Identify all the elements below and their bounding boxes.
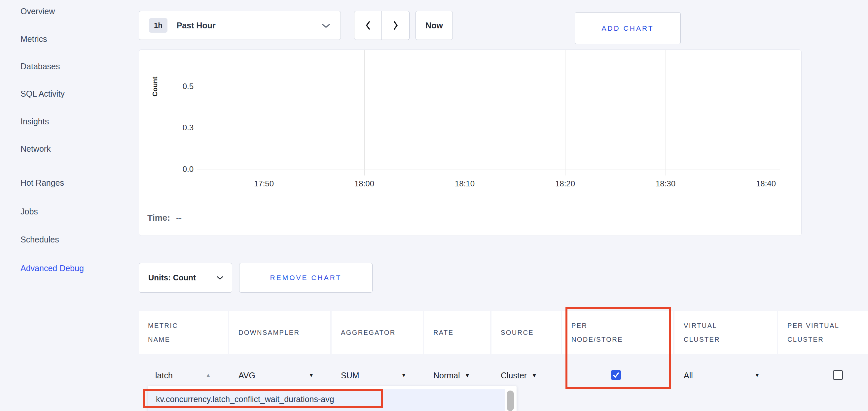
column-header-label: VIRTUAL CLUSTER bbox=[684, 319, 720, 346]
triangle-down-icon: ▼ bbox=[531, 372, 537, 379]
column-header-label: RATE bbox=[433, 326, 454, 339]
gridline bbox=[264, 50, 264, 175]
now-button[interactable]: Now bbox=[415, 11, 453, 40]
sidebar-item-schedules[interactable]: Schedules bbox=[21, 235, 59, 244]
add-chart-button[interactable]: ADD CHART bbox=[575, 12, 681, 44]
column-header-per-node-store: PER NODE/STORE bbox=[562, 311, 673, 354]
metric-suggestion-item[interactable]: kv.concurrency.latch_conflict_wait_durat… bbox=[148, 389, 505, 411]
advanced-debug-custom-chart-page: Overview Metrics Databases SQL Activity … bbox=[0, 0, 868, 411]
rate-select[interactable]: Normal ▼ bbox=[433, 371, 470, 380]
triangle-down-icon: ▼ bbox=[465, 372, 470, 379]
gridline bbox=[766, 50, 766, 175]
column-header-label: PER NODE/STORE bbox=[571, 319, 623, 346]
y-tick: 0.3 bbox=[170, 123, 193, 132]
units-selector[interactable]: Units: Count bbox=[139, 263, 232, 293]
triangle-down-icon[interactable]: ▼ bbox=[754, 372, 760, 379]
sidebar-item-sql-activity[interactable]: SQL Activity bbox=[21, 89, 65, 99]
x-tick: 18:00 bbox=[341, 179, 388, 189]
sidebar-item-network[interactable]: Network bbox=[21, 144, 51, 154]
column-header-label: AGGREGATOR bbox=[341, 326, 396, 339]
sidebar-item-insights[interactable]: Insights bbox=[21, 117, 49, 126]
dropdown-scrollbar[interactable] bbox=[507, 390, 514, 411]
virtual-cluster-select[interactable]: All bbox=[684, 371, 693, 380]
column-header-label: DOWNSAMPLER bbox=[239, 326, 300, 339]
time-range-badge: 1h bbox=[149, 18, 167, 33]
x-tick: 18:40 bbox=[743, 179, 789, 189]
triangle-down-icon[interactable]: ▼ bbox=[401, 372, 407, 379]
rate-value: Normal bbox=[433, 371, 460, 380]
checkmark-icon bbox=[612, 371, 620, 379]
source-select[interactable]: Cluster ▼ bbox=[501, 371, 537, 380]
gridline bbox=[197, 170, 780, 170]
y-tick: 0.0 bbox=[170, 165, 193, 174]
sidebar-item-overview[interactable]: Overview bbox=[21, 7, 55, 16]
gridline bbox=[565, 50, 565, 175]
y-tick: 0.5 bbox=[170, 82, 193, 91]
gridline bbox=[197, 87, 780, 87]
column-header-label: METRIC NAME bbox=[148, 319, 178, 346]
time-value: -- bbox=[176, 213, 182, 223]
per-node-store-checkbox[interactable] bbox=[611, 370, 621, 380]
column-header-label: SOURCE bbox=[501, 326, 534, 339]
y-axis-label: Count bbox=[148, 67, 161, 107]
x-tick: 17:50 bbox=[241, 179, 287, 189]
column-header-downsampler: DOWNSAMPLER bbox=[229, 311, 330, 354]
metric-suggestions-dropdown: kv.concurrency.latch_conflict_wait_durat… bbox=[148, 386, 517, 411]
sidebar-item-advanced-debug[interactable]: Advanced Debug bbox=[21, 264, 84, 273]
x-tick: 18:10 bbox=[442, 179, 488, 189]
chevron-down-icon bbox=[217, 276, 223, 280]
metric-name-input[interactable]: latch bbox=[155, 371, 173, 380]
time-step-buttons bbox=[354, 11, 409, 40]
column-header-metric-name: METRIC NAME bbox=[139, 311, 228, 354]
time-range-selector[interactable]: 1h Past Hour bbox=[139, 11, 341, 40]
sidebar-item-hot-ranges[interactable]: Hot Ranges bbox=[21, 178, 64, 188]
time-label: Time: bbox=[147, 213, 170, 223]
hover-time-readout: Time: -- bbox=[147, 213, 182, 223]
gridline bbox=[465, 50, 465, 175]
x-tick: 18:30 bbox=[643, 179, 689, 189]
gridline bbox=[197, 128, 780, 128]
downsampler-select[interactable]: AVG bbox=[239, 371, 255, 380]
sidebar-item-jobs[interactable]: Jobs bbox=[21, 207, 38, 216]
sidebar-item-databases[interactable]: Databases bbox=[21, 62, 60, 71]
sidebar-item-metrics[interactable]: Metrics bbox=[21, 34, 47, 44]
remove-chart-button[interactable]: REMOVE CHART bbox=[239, 263, 373, 293]
aggregator-select[interactable]: SUM bbox=[341, 371, 359, 380]
column-header-source: SOURCE bbox=[492, 311, 561, 354]
units-label: Units: Count bbox=[148, 273, 196, 282]
source-value: Cluster bbox=[501, 371, 527, 380]
time-range-label: Past Hour bbox=[177, 21, 216, 30]
column-header-per-virtual-cluster: PER VIRTUAL CLUSTER bbox=[778, 311, 868, 354]
gridline bbox=[364, 50, 365, 175]
per-virtual-cluster-checkbox[interactable] bbox=[833, 370, 843, 380]
x-tick: 18:20 bbox=[542, 179, 588, 189]
next-range-button[interactable] bbox=[382, 11, 409, 40]
column-header-rate: RATE bbox=[424, 311, 490, 354]
triangle-down-icon[interactable]: ▼ bbox=[309, 372, 314, 379]
column-header-virtual-cluster: VIRTUAL CLUSTER bbox=[675, 311, 777, 354]
previous-range-button[interactable] bbox=[354, 11, 382, 40]
column-header-label: PER VIRTUAL CLUSTER bbox=[787, 319, 839, 346]
chart-panel: Count 0.5 0.3 0.0 17:50 18:00 18:10 18:2… bbox=[139, 49, 802, 236]
gridline bbox=[665, 50, 666, 175]
chevron-down-icon bbox=[322, 24, 330, 28]
triangle-up-icon[interactable]: ▲ bbox=[206, 372, 211, 379]
column-header-aggregator: AGGREGATOR bbox=[332, 311, 423, 354]
